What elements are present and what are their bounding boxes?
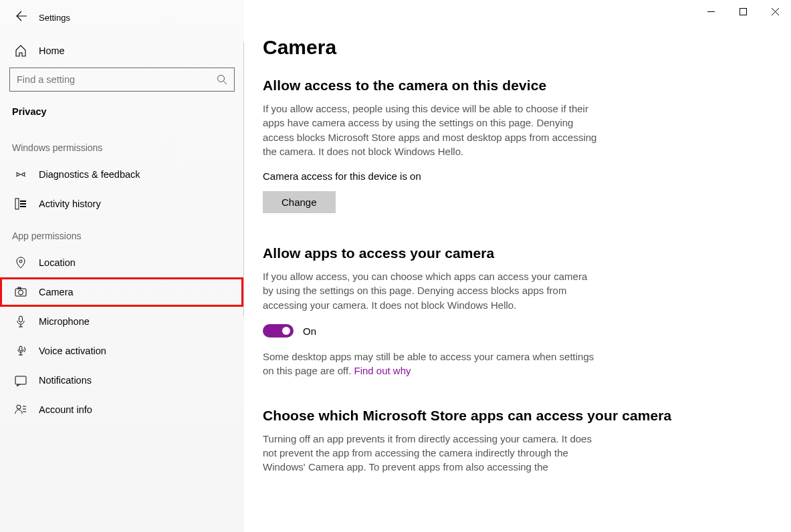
section1-body: If you allow access, people using this d… bbox=[263, 102, 597, 158]
close-icon bbox=[772, 8, 779, 15]
privacy-context-label: Privacy bbox=[0, 104, 244, 130]
toggle-state-label: On bbox=[303, 325, 316, 337]
sidebar-item-diagnostics[interactable]: Diagnostics & feedback bbox=[0, 160, 244, 189]
svg-point-7 bbox=[22, 173, 25, 176]
maximize-icon bbox=[740, 8, 747, 15]
search-input[interactable] bbox=[9, 68, 235, 92]
nav-label: Notifications bbox=[39, 375, 92, 386]
svg-point-19 bbox=[17, 405, 21, 409]
sidebar-item-location[interactable]: Location bbox=[0, 248, 244, 277]
minimize-icon bbox=[707, 8, 715, 15]
search-field[interactable] bbox=[17, 74, 217, 85]
account-icon bbox=[15, 404, 27, 416]
window-title: Settings bbox=[39, 13, 70, 23]
nav-label: Camera bbox=[39, 287, 74, 297]
main-content: Camera Allow access to the camera on thi… bbox=[244, 0, 791, 532]
nav-label: Account info bbox=[39, 404, 92, 415]
svg-rect-8 bbox=[15, 198, 19, 209]
svg-point-12 bbox=[19, 260, 22, 263]
camera-icon bbox=[15, 286, 27, 298]
svg-rect-9 bbox=[20, 201, 26, 202]
sidebar-item-activity[interactable]: Activity history bbox=[0, 189, 244, 219]
svg-point-4 bbox=[218, 76, 225, 82]
search-icon bbox=[217, 74, 227, 85]
device-access-status: Camera access for this device is on bbox=[263, 170, 764, 182]
svg-rect-1 bbox=[740, 8, 746, 15]
svg-rect-15 bbox=[18, 287, 21, 289]
section3-heading: Choose which Microsoft Store apps can ac… bbox=[263, 408, 764, 424]
minimize-button[interactable] bbox=[695, 0, 727, 23]
maximize-button[interactable] bbox=[727, 0, 759, 23]
find-out-why-link[interactable]: Find out why bbox=[354, 365, 411, 376]
change-button[interactable]: Change bbox=[263, 191, 336, 213]
activity-icon bbox=[15, 198, 27, 210]
group-windows-permissions: Windows permissions bbox=[0, 130, 244, 160]
microphone-icon bbox=[15, 315, 27, 327]
svg-rect-11 bbox=[20, 206, 26, 207]
location-icon bbox=[15, 257, 27, 269]
desktop-apps-note: Some desktop apps may still be able to a… bbox=[263, 350, 597, 378]
svg-rect-17 bbox=[19, 346, 22, 351]
section2-body: If you allow access, you can choose whic… bbox=[263, 269, 597, 312]
svg-rect-10 bbox=[20, 203, 26, 205]
nav-label: Microphone bbox=[39, 316, 90, 327]
nav-label: Diagnostics & feedback bbox=[39, 169, 140, 180]
diagnostics-icon bbox=[15, 168, 27, 180]
sidebar-item-account[interactable]: Account info bbox=[0, 395, 244, 424]
close-button[interactable] bbox=[759, 0, 791, 23]
svg-rect-18 bbox=[15, 376, 26, 384]
page-title: Camera bbox=[263, 36, 764, 59]
sidebar-item-camera[interactable]: Camera bbox=[0, 277, 243, 307]
home-icon bbox=[15, 45, 27, 57]
group-app-permissions: App permissions bbox=[0, 219, 244, 248]
apps-access-toggle[interactable] bbox=[263, 324, 294, 338]
svg-line-5 bbox=[224, 82, 227, 85]
svg-point-6 bbox=[17, 173, 19, 176]
nav-label: Location bbox=[39, 257, 76, 268]
section1-heading: Allow access to the camera on this devic… bbox=[263, 78, 764, 94]
back-button[interactable] bbox=[16, 11, 27, 25]
notifications-icon bbox=[15, 374, 27, 386]
section3-body: Turning off an app prevents it from dire… bbox=[263, 432, 597, 475]
arrow-left-icon bbox=[16, 11, 27, 21]
sidebar-item-voice[interactable]: Voice activation bbox=[0, 336, 244, 366]
sidebar-item-notifications[interactable]: Notifications bbox=[0, 366, 244, 395]
section2-heading: Allow apps to access your camera bbox=[263, 245, 764, 261]
sidebar: Settings Home Privacy Windows permission… bbox=[0, 0, 244, 532]
svg-rect-16 bbox=[19, 316, 23, 322]
home-nav[interactable]: Home bbox=[0, 38, 244, 63]
nav-label: Activity history bbox=[39, 198, 101, 209]
voice-icon bbox=[15, 345, 27, 357]
nav-label: Voice activation bbox=[39, 346, 106, 356]
home-label: Home bbox=[39, 45, 65, 56]
svg-point-14 bbox=[19, 290, 23, 295]
sidebar-item-microphone[interactable]: Microphone bbox=[0, 307, 244, 336]
